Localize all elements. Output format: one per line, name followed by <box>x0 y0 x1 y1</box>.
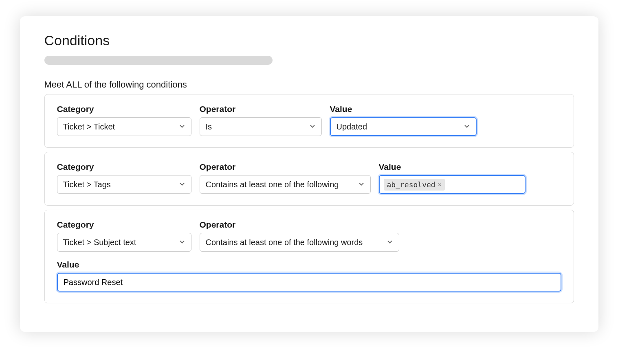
description-placeholder <box>44 56 273 65</box>
operator-select[interactable]: Is <box>200 117 322 136</box>
value-label: Value <box>330 104 477 114</box>
category-select[interactable]: Ticket > Ticket <box>57 117 191 136</box>
chevron-down-icon <box>179 122 185 132</box>
chevron-down-icon <box>179 238 185 247</box>
category-select-value: Ticket > Ticket <box>63 122 115 132</box>
operator-label: Operator <box>200 220 399 230</box>
value-label: Value <box>57 260 561 270</box>
section-label: Meet ALL of the following conditions <box>44 79 574 90</box>
operator-select[interactable]: Contains at least one of the following <box>200 175 371 194</box>
category-select-value: Ticket > Subject text <box>63 238 136 247</box>
category-label: Category <box>57 104 191 114</box>
category-label: Category <box>57 162 191 172</box>
category-label: Category <box>57 220 191 230</box>
value-select[interactable]: Updated <box>330 117 477 136</box>
category-select[interactable]: Ticket > Tags <box>57 175 191 194</box>
operator-label: Operator <box>200 162 371 172</box>
conditions-panel: Conditions Meet ALL of the following con… <box>20 16 598 332</box>
condition-card: Category Ticket > Subject text Operator … <box>44 210 574 303</box>
operator-label: Operator <box>200 104 322 114</box>
operator-select[interactable]: Contains at least one of the following w… <box>200 233 399 252</box>
close-icon[interactable]: ✕ <box>438 182 442 188</box>
value-tag-input[interactable]: ab_resolved ✕ <box>379 175 526 194</box>
value-label: Value <box>379 162 526 172</box>
chevron-down-icon <box>387 238 393 247</box>
operator-select-value: Is <box>206 122 212 132</box>
condition-card: Category Ticket > Ticket Operator Is <box>44 94 574 148</box>
operator-select-value: Contains at least one of the following w… <box>206 238 363 247</box>
chevron-down-icon <box>179 180 185 189</box>
tag: ab_resolved ✕ <box>384 179 445 191</box>
tag-label: ab_resolved <box>387 180 435 189</box>
category-select[interactable]: Ticket > Subject text <box>57 233 191 252</box>
condition-card: Category Ticket > Tags Operator Contains… <box>44 152 574 206</box>
chevron-down-icon <box>358 180 365 189</box>
chevron-down-icon <box>464 122 470 132</box>
operator-select-value: Contains at least one of the following <box>206 180 339 189</box>
category-select-value: Ticket > Tags <box>63 180 111 189</box>
page-title: Conditions <box>44 33 574 48</box>
chevron-down-icon <box>309 122 316 132</box>
value-text-input[interactable] <box>57 273 561 292</box>
value-select-value: Updated <box>336 122 367 132</box>
